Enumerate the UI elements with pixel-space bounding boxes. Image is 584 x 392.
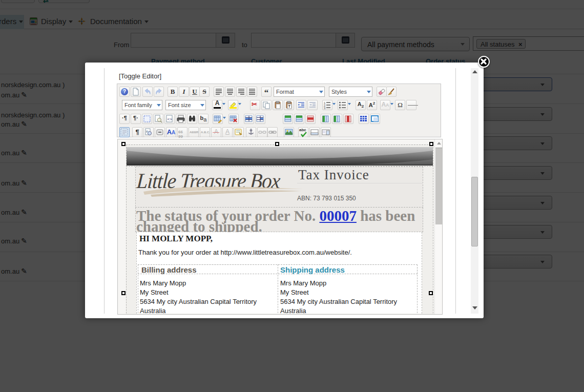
svg-text:<>: <> [168, 117, 173, 121]
svg-text:T: T [288, 105, 291, 108]
svg-text:P: P [146, 130, 148, 133]
svg-text:3: 3 [324, 107, 326, 109]
